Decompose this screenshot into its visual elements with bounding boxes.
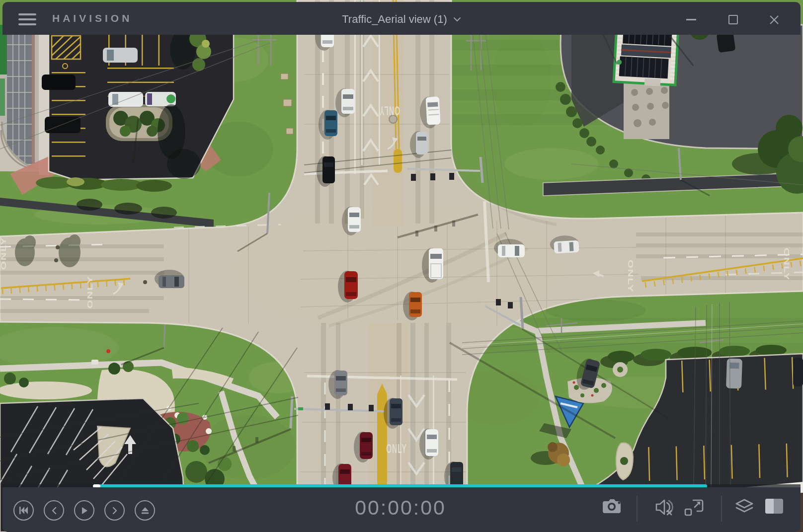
stream-title-dropdown[interactable]: Traffic_Aerial view (1): [2, 12, 801, 26]
eject-icon: [141, 507, 149, 515]
road-marking-only-west-edge: ONLY: [0, 237, 7, 270]
step-back-icon: [51, 507, 57, 515]
minimize-button[interactable]: [686, 19, 696, 20]
step-forward-icon: [112, 507, 118, 515]
play-button[interactable]: [74, 500, 94, 521]
camera-snapshot-icon: [603, 498, 623, 515]
play-icon: [81, 507, 88, 515]
maximize-button[interactable]: [728, 15, 738, 24]
road-marking-only-west: ONLY: [86, 276, 94, 309]
step-back-button[interactable]: [44, 500, 64, 521]
road-marking-only-east-edge: ONLY: [783, 248, 791, 281]
player-window: ONLY ONLY ONLY ONLY ONLY ONLY: [0, 0, 803, 532]
toolbar-divider: [637, 496, 638, 522]
volume-muted-icon: [654, 498, 674, 517]
timecode-display: 00:00:00: [326, 496, 475, 520]
close-button[interactable]: [768, 14, 780, 26]
road-marking-only-south: ONLY: [386, 441, 407, 456]
side-panel-icon: [764, 498, 784, 515]
resize-button[interactable]: [684, 498, 705, 519]
skip-to-start-button[interactable]: [13, 500, 34, 521]
eject-button[interactable]: [135, 500, 155, 521]
toolbar-divider-2: [721, 496, 722, 522]
road-marking-only-east: ONLY: [627, 260, 635, 293]
layers-icon: [734, 498, 755, 517]
chevron-down-icon: [453, 12, 461, 25]
layers-button[interactable]: [734, 498, 755, 519]
aerial-traffic-video: ONLY ONLY ONLY ONLY ONLY ONLY: [0, 0, 803, 532]
title-bar: HAIVISION Traffic_Aerial view (1): [2, 2, 801, 35]
resize-icon: [684, 498, 705, 517]
video-surface[interactable]: ONLY ONLY ONLY ONLY ONLY ONLY: [0, 0, 803, 532]
control-bar: 00:00:00: [2, 487, 801, 532]
stream-title: Traffic_Aerial view (1): [342, 13, 447, 25]
snapshot-button[interactable]: [603, 498, 623, 517]
side-panel-button[interactable]: [764, 498, 784, 517]
road-marking-only-north: ONLY: [379, 103, 400, 118]
skip-to-start-icon: [19, 507, 28, 514]
close-icon: [768, 14, 780, 26]
mute-button[interactable]: [654, 498, 674, 519]
step-forward-button[interactable]: [104, 500, 125, 521]
